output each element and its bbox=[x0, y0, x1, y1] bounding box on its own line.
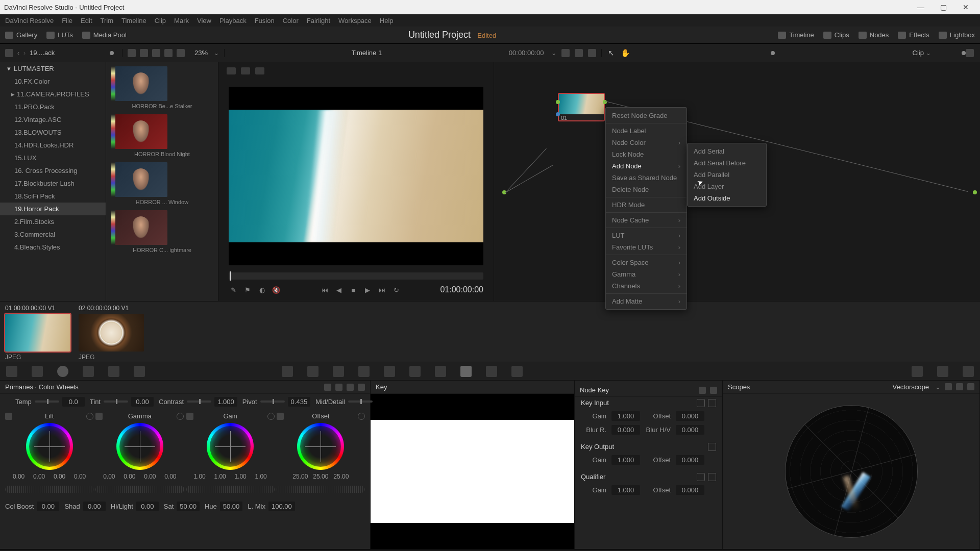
wheel-val[interactable]: 1.00 bbox=[190, 473, 209, 480]
tab-mediapool[interactable]: Media Pool bbox=[82, 31, 127, 39]
wheel-picker-icon[interactable] bbox=[95, 413, 103, 420]
palette-info-icon[interactable] bbox=[963, 366, 974, 377]
scope-mode[interactable]: Vectorscope bbox=[892, 383, 929, 391]
wheel-val[interactable]: 25.00 bbox=[332, 473, 350, 480]
lut-thumb[interactable] bbox=[111, 210, 167, 245]
nav-fwd[interactable]: › bbox=[23, 49, 26, 57]
palette-curves2-icon[interactable] bbox=[282, 366, 293, 377]
tab-gallery[interactable]: Gallery bbox=[5, 31, 37, 39]
wheel-reset-icon[interactable] bbox=[358, 413, 365, 420]
slider-tint[interactable] bbox=[104, 400, 128, 403]
scope-chevron-icon[interactable]: ⌄ bbox=[935, 383, 941, 391]
palette-tracking-icon[interactable] bbox=[384, 366, 395, 377]
tab-lightbox[interactable]: Lightbox bbox=[939, 31, 975, 39]
wheel-val[interactable]: 0.00 bbox=[120, 473, 139, 480]
wheel-val[interactable]: 0.00 bbox=[141, 473, 159, 480]
wheel-val[interactable]: 1.00 bbox=[231, 473, 250, 480]
clip-chevron-icon[interactable]: ⌄ bbox=[926, 49, 931, 57]
ki-blurhv[interactable]: 0.000 bbox=[676, 425, 704, 435]
graph-output-socket[interactable] bbox=[973, 190, 977, 194]
palette-warper-icon[interactable] bbox=[307, 366, 318, 377]
wheel-reset-icon[interactable] bbox=[267, 413, 275, 420]
tab-timeline[interactable]: Timeline bbox=[778, 31, 814, 39]
ko-invert-icon[interactable] bbox=[708, 443, 716, 451]
palette-qualifier-icon[interactable] bbox=[333, 366, 344, 377]
ctx-node-label[interactable]: Node Label bbox=[606, 125, 687, 137]
nodekey-more-icon[interactable] bbox=[710, 387, 717, 394]
ctx-add-node[interactable]: Add Node› bbox=[606, 160, 687, 172]
menu-clip[interactable]: Clip bbox=[155, 17, 166, 24]
val-hue[interactable]: 50.00 bbox=[220, 502, 243, 511]
wheel-reset-icon[interactable] bbox=[177, 413, 184, 420]
tree-item[interactable]: 18.SciFi Pack bbox=[0, 190, 106, 203]
menu-workspace[interactable]: Workspace bbox=[338, 17, 372, 24]
primaries-more-icon[interactable] bbox=[358, 384, 365, 391]
menu-trim[interactable]: Trim bbox=[101, 17, 114, 24]
tree-item[interactable]: 16. Cross Processing bbox=[0, 164, 106, 177]
menu-fusion[interactable]: Fusion bbox=[255, 17, 275, 24]
nav-back[interactable]: ‹ bbox=[17, 49, 19, 57]
jog-lift[interactable] bbox=[5, 486, 93, 493]
palette-rgb-icon[interactable] bbox=[108, 366, 119, 377]
ctx-lut[interactable]: LUT› bbox=[606, 230, 687, 241]
menu-davinci[interactable]: DaVinci Resolve bbox=[5, 17, 54, 24]
viewer-image[interactable] bbox=[229, 87, 483, 265]
lut-thumb[interactable] bbox=[111, 114, 167, 149]
slider-contrast[interactable] bbox=[187, 400, 211, 403]
tab-nodes[interactable]: Nodes bbox=[859, 31, 889, 39]
scope-expand-icon[interactable] bbox=[956, 383, 963, 390]
expand-icon[interactable] bbox=[575, 49, 583, 57]
tree-item[interactable]: 10.FX.Color bbox=[0, 75, 106, 88]
tc-chevron-icon[interactable]: ⌄ bbox=[551, 49, 556, 57]
tree-item[interactable]: 2.Film.Stocks bbox=[0, 215, 106, 228]
tree-item[interactable]: 15.LUX bbox=[0, 152, 106, 164]
tree-item[interactable]: 19.Horror Pack bbox=[0, 203, 106, 215]
ctx-color-space[interactable]: Color Space› bbox=[606, 257, 687, 268]
lut-thumb[interactable] bbox=[111, 162, 167, 197]
ki-matte-icon[interactable] bbox=[708, 399, 716, 407]
ctx-node-color[interactable]: Node Color› bbox=[606, 137, 687, 148]
scope-layout-icon[interactable] bbox=[945, 383, 952, 390]
marker-icon[interactable]: ✎ bbox=[229, 285, 238, 294]
zoom-chevron-icon[interactable]: ⌄ bbox=[214, 49, 219, 57]
wheel-val[interactable]: 0.00 bbox=[30, 473, 48, 480]
q-invert-icon[interactable] bbox=[697, 473, 705, 481]
palette-keyframe-icon[interactable] bbox=[912, 366, 923, 377]
val-lmix[interactable]: 100.00 bbox=[268, 502, 295, 511]
menu-color[interactable]: Color bbox=[283, 17, 299, 24]
stop-icon[interactable]: ■ bbox=[349, 285, 358, 294]
wheel-gamma[interactable] bbox=[116, 423, 163, 470]
list-view-icon[interactable] bbox=[152, 49, 160, 57]
close-button[interactable]: ✕ bbox=[955, 1, 976, 13]
palette-sizing-icon[interactable] bbox=[486, 366, 497, 377]
node-in-socket[interactable] bbox=[556, 100, 560, 104]
slider-pivot[interactable] bbox=[260, 400, 285, 403]
wheel-val[interactable]: 0.00 bbox=[51, 473, 69, 480]
tree-item[interactable]: ▸11.CAMERA.PROFILES bbox=[0, 88, 106, 101]
q-matte-icon[interactable] bbox=[708, 473, 716, 481]
panel-icon[interactable] bbox=[5, 49, 13, 57]
ctx-gamma[interactable]: Gamma› bbox=[606, 268, 687, 280]
viewer-tc-top[interactable]: 00:00:00:00 bbox=[509, 49, 544, 57]
wheel-val[interactable]: 1.00 bbox=[252, 473, 270, 480]
viewer-scrubber[interactable] bbox=[229, 272, 483, 280]
scope-more-icon[interactable] bbox=[967, 383, 974, 390]
tree-item[interactable]: 14.HDR.Looks.HDR bbox=[0, 139, 106, 152]
sort-icon[interactable] bbox=[128, 49, 136, 57]
ki-blurr[interactable]: 0.000 bbox=[611, 425, 640, 435]
viewer-wand-icon[interactable] bbox=[255, 67, 264, 74]
palette-motion-icon[interactable] bbox=[134, 366, 145, 377]
val-shad[interactable]: 0.00 bbox=[83, 502, 106, 511]
mute-icon[interactable]: 🔇 bbox=[272, 285, 281, 294]
play-reverse-icon[interactable]: ◀ bbox=[334, 285, 344, 294]
wheel-gain[interactable] bbox=[207, 423, 254, 470]
palette-scopes-icon[interactable] bbox=[937, 366, 948, 377]
node-in-socket-2[interactable] bbox=[556, 112, 560, 116]
tab-effects[interactable]: Effects bbox=[898, 31, 929, 39]
ctx-add-serial[interactable]: Add Serial bbox=[688, 145, 766, 157]
maximize-button[interactable]: ▢ bbox=[933, 1, 953, 13]
pointer-icon[interactable]: ↖ bbox=[608, 48, 615, 58]
wheel-lift[interactable] bbox=[26, 423, 73, 470]
clip-thumb[interactable] bbox=[79, 314, 144, 352]
menu-mark[interactable]: Mark bbox=[174, 17, 189, 24]
